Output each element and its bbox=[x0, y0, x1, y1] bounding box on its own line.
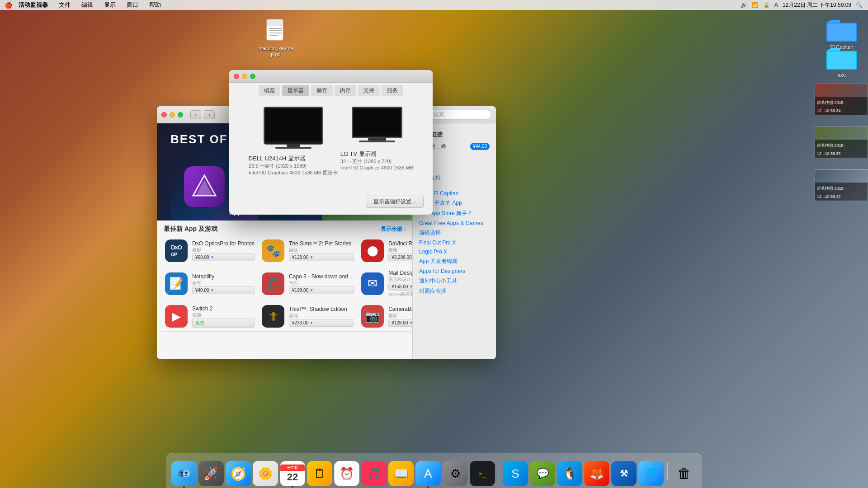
show-all-label: 显示全部 bbox=[381, 226, 402, 232]
maildesigner-price[interactable]: ¥158.00 ▼ bbox=[388, 283, 412, 291]
dock-itunes[interactable]: 🎵 bbox=[361, 461, 387, 486]
thief-price[interactable]: ¥233.00 ▼ bbox=[289, 319, 354, 327]
input-method[interactable]: A bbox=[774, 2, 778, 8]
dock-reminders[interactable]: ⏰ bbox=[334, 461, 359, 486]
tab-memory[interactable]: 内存 bbox=[335, 85, 356, 96]
menu-help[interactable]: 帮助 bbox=[147, 1, 163, 9]
dxo-price[interactable]: ¥68.00 ▼ bbox=[192, 253, 255, 261]
camerabag-icon-emoji: 📷 bbox=[365, 310, 380, 324]
screenshot-2[interactable]: 屏幕快照 2015-12...10.58.35 bbox=[815, 127, 868, 158]
camerabag-price[interactable]: ¥128.00 ▼ bbox=[388, 319, 412, 327]
tab-service[interactable]: 服务 bbox=[382, 85, 403, 96]
app-item-notability[interactable]: 📝 Notability 效率 ¥40.00 ▼ bbox=[161, 266, 258, 301]
dock-calendar[interactable]: 十二月 22 bbox=[280, 461, 305, 486]
dock-sysprefs[interactable]: ⚙ bbox=[443, 461, 468, 486]
app-item-capo[interactable]: 🎵 Capo 3 - Slow down and ... 音乐 ¥198.00 … bbox=[258, 266, 358, 301]
app-item-camerabag[interactable]: 📷 CameraBag 2 摄影 ¥128.00 ▼ bbox=[358, 301, 412, 332]
svg-marker-12 bbox=[196, 180, 212, 195]
calendar-date: 22 bbox=[287, 471, 298, 483]
appstore-minimize-btn[interactable] bbox=[170, 112, 175, 117]
search-icon[interactable]: 🔍 bbox=[856, 2, 863, 8]
app-grid: DxOOP DxO OpticsPro for Photos 摄影 ¥68.00… bbox=[157, 236, 412, 332]
sidebar-fcp[interactable]: Final Cut Pro X bbox=[413, 238, 496, 247]
app-item-thief[interactable]: 🗡 Thief™: Shadow Edition 游戏 ¥233.00 ▼ bbox=[258, 301, 358, 332]
desktop-file-icon[interactable]: mac2pc_keymap.pd bbox=[258, 16, 294, 57]
camerabag-name: CameraBag 2 bbox=[388, 306, 412, 312]
monitor-1-gpu: Intel HD Graphics 4600 1536 MB 图形卡 bbox=[249, 169, 338, 176]
system-info-titlebar bbox=[229, 70, 433, 83]
axu-icon[interactable]: axu bbox=[819, 45, 864, 78]
menu-edit[interactable]: 编辑 bbox=[80, 1, 95, 9]
camerabag-cat: 摄影 bbox=[388, 313, 412, 319]
sidebar-screencast[interactable]: 对照应演播 bbox=[413, 286, 496, 296]
sims-price-arrow: ▼ bbox=[310, 255, 313, 259]
dock-safari[interactable]: 🧭 bbox=[226, 461, 251, 486]
dock-notes[interactable]: 🗒 bbox=[307, 461, 332, 486]
sidebar-free-apps[interactable]: Great Free Apps & Games bbox=[413, 219, 496, 228]
appstore-back-btn[interactable]: ‹ bbox=[190, 110, 201, 119]
switch2-price[interactable]: 免费 bbox=[192, 319, 255, 328]
sidebar-editors[interactable]: 编辑选择 bbox=[413, 228, 496, 238]
svg-rect-15 bbox=[287, 144, 300, 147]
sidebar-designers[interactable]: Apps for Designers bbox=[413, 267, 496, 276]
app-item-dxo[interactable]: DxOOP DxO OpticsPro for Photos 摄影 ¥68.00… bbox=[161, 236, 258, 266]
dock-finder[interactable] bbox=[171, 461, 197, 486]
dock-appstore[interactable]: A bbox=[415, 461, 441, 486]
display-pref-btn[interactable]: 显示器偏好设置... bbox=[366, 196, 424, 208]
volume-icon[interactable]: 🔊 bbox=[741, 2, 747, 8]
lock-icon[interactable]: 🔒 bbox=[763, 2, 770, 8]
tab-storage[interactable]: 储存 bbox=[311, 85, 333, 96]
dock-skype[interactable]: S bbox=[503, 461, 528, 486]
dock-launchpad[interactable]: 🚀 bbox=[198, 461, 224, 486]
screenshot-3[interactable]: 屏幕快照 2015-12...10.58.42 bbox=[815, 169, 868, 201]
affinity-logo bbox=[191, 173, 218, 200]
thief-price-label: ¥233.00 bbox=[292, 320, 308, 325]
menu-window[interactable]: 窗口 bbox=[125, 1, 140, 9]
davinci-price[interactable]: ¥3,298.00 ▼ bbox=[388, 253, 412, 261]
itunes-icon-emoji: 🎵 bbox=[367, 467, 381, 481]
dock-terminal[interactable]: >_ bbox=[470, 461, 495, 486]
sidebar-nc-widgets[interactable]: 通知中心小工具 bbox=[413, 276, 496, 286]
apple-menu[interactable]: 🍎 bbox=[5, 1, 12, 9]
appstore-active-dot bbox=[427, 486, 429, 488]
menu-file[interactable]: 文件 bbox=[57, 1, 72, 9]
screenshot-1[interactable]: 屏幕快照 2015-12...10.56.34 bbox=[815, 84, 868, 115]
capo-price[interactable]: ¥198.00 ▼ bbox=[289, 286, 354, 294]
dock-photos[interactable]: 🌼 bbox=[253, 461, 278, 486]
dock-firefox[interactable]: 🦊 bbox=[584, 461, 609, 486]
show-all-btn[interactable]: 显示全部 › bbox=[381, 225, 406, 233]
dock-trash[interactable]: 🗑 bbox=[671, 461, 697, 486]
appstore-close-btn[interactable] bbox=[161, 112, 167, 117]
appstore-zoom-btn[interactable] bbox=[178, 112, 183, 117]
wifi-icon[interactable]: 📶 bbox=[752, 2, 759, 8]
sims-icon: 🐾 bbox=[262, 239, 284, 262]
capo-price-label: ¥198.00 bbox=[292, 288, 308, 293]
tab-overview[interactable]: 概览 bbox=[259, 85, 280, 96]
dock-qq[interactable]: 🐧 bbox=[557, 461, 582, 486]
dock-ibooks[interactable]: 📖 bbox=[388, 461, 414, 486]
app-item-davinci[interactable]: ⬤ DaVinci Resolve Studio 视频 ¥3,298.00 ▼ bbox=[358, 236, 412, 266]
app-item-sims[interactable]: 🐾 The Sims™ 2: Pet Stories 游戏 ¥128.00 ▼ bbox=[258, 236, 358, 266]
tab-displays[interactable]: 显示器 bbox=[282, 85, 309, 96]
dock-xcode[interactable]: ⚒ bbox=[611, 461, 637, 486]
notability-price[interactable]: ¥40.00 ▼ bbox=[192, 286, 255, 294]
thief-price-arrow: ▼ bbox=[310, 321, 313, 325]
app-item-switch2[interactable]: ▶ Switch 2 视频 免费 bbox=[161, 301, 258, 332]
app-name-menu[interactable]: 活动监视器 bbox=[17, 1, 50, 9]
menu-view[interactable]: 显示 bbox=[102, 1, 118, 9]
dock-mc[interactable]: 🌐 bbox=[638, 461, 664, 486]
sysinfo-minimize-btn[interactable] bbox=[242, 74, 247, 79]
appstore-forward-btn[interactable]: › bbox=[204, 110, 215, 119]
dock-wechat[interactable]: 💬 bbox=[530, 461, 555, 486]
svg-rect-19 bbox=[368, 138, 386, 141]
appstore-section-title: 最佳新 App 及游戏 显示全部 › bbox=[157, 221, 412, 236]
dxo-price-label: ¥68.00 bbox=[195, 255, 209, 260]
sysinfo-close-btn[interactable] bbox=[234, 74, 239, 79]
sims-price[interactable]: ¥128.00 ▼ bbox=[289, 253, 354, 261]
tab-support[interactable]: 支持 bbox=[358, 85, 380, 96]
monitor-1-name: DELL U2414H 显示器 bbox=[249, 155, 338, 163]
sidebar-logic[interactable]: Logic Pro X bbox=[413, 247, 496, 256]
app-item-maildesigner[interactable]: ✉ Mail Designer 2 - Create ... 图形和设计 ¥15… bbox=[358, 266, 412, 301]
sysinfo-zoom-btn[interactable] bbox=[250, 74, 255, 79]
sidebar-dev-tips[interactable]: App 开发者锦囊 bbox=[413, 256, 496, 267]
